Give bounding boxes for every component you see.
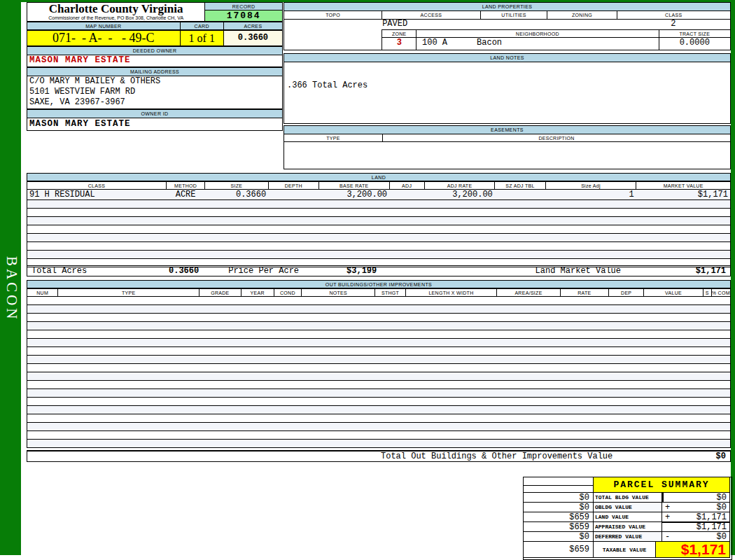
address-line-3: SAXE, VA 23967-3967	[29, 97, 282, 108]
price-per-acre-value: $3,199	[299, 266, 377, 276]
easement-col-description: DESCRIPTION	[383, 134, 731, 142]
summary-prev-obldg: $0	[524, 503, 594, 512]
summary-taxable-row: TAXABLE VALUE $1,171	[594, 542, 730, 558]
land-col-size: SIZE	[205, 182, 268, 190]
out-buildings-section: OUT BUILDINGS/OTHER IMPROVEMENTS NUM TYP…	[27, 280, 731, 448]
summary-label-appraised: APPRAISED VALUE	[594, 522, 662, 532]
ob-col-type: TYPE	[58, 289, 200, 297]
empty-row	[27, 356, 731, 364]
ob-total-label: Total Out Buildings & Other Improvements…	[27, 451, 612, 461]
empty-row	[27, 431, 731, 440]
summary-label-total-bldg: TOTAL BLDG VALUE	[594, 493, 662, 503]
summary-prev-deferred: $0	[524, 532, 594, 542]
summary-prev-taxable: $659	[524, 542, 594, 558]
summary-header-spacer	[524, 477, 594, 493]
land-table: CLASS METHOD SIZE DEPTH BASE RATE ADJ AD…	[27, 181, 731, 267]
land-row-method: ACRE	[166, 190, 204, 200]
ob-col-dep: DEP	[609, 289, 644, 297]
card-value: 1 of 1	[181, 30, 224, 46]
empty-row	[27, 200, 731, 209]
map-number-label: MAP NUMBER	[27, 22, 181, 30]
land-properties-block: LAND PROPERTIES TOPO ACCESS UTILITIES ZO…	[284, 2, 731, 169]
land-row-sz-adj-tbl	[495, 190, 545, 200]
card-label: CARD	[181, 22, 224, 30]
ob-col-sthgt: STHGT	[375, 289, 405, 297]
land-data-row: 91 H RESIDUAL ACRE 0.3660 3,200.00 3,200…	[27, 190, 731, 200]
tract-size-label: TRACT SIZE	[659, 29, 731, 38]
easements-title: EASEMENTS	[284, 125, 731, 134]
frame-right	[731, 0, 735, 555]
address-line-2: 5101 WESTVIEW FARM RD	[29, 87, 282, 97]
summary-label-land: LAND VALUE	[594, 512, 662, 522]
summary-amount-land: $1,171	[696, 512, 727, 522]
summary-amount-appraised: $1,171	[696, 522, 727, 532]
land-notes-box: .366 Total Acres	[284, 62, 731, 124]
easements-empty-box	[284, 142, 731, 169]
land-col-method: METHOD	[166, 182, 204, 190]
land-col-adj: ADJ	[389, 182, 424, 190]
summary-prev-land: $659	[524, 512, 594, 522]
mailing-address-label: MAILING ADDRESS	[27, 67, 283, 76]
deeded-owner-value: MASON MARY ESTATE	[27, 55, 283, 67]
land-properties-title: LAND PROPERTIES	[284, 2, 731, 11]
summary-prev-total-bldg: $0	[524, 493, 594, 503]
ob-col-notes: NOTES	[301, 289, 375, 297]
empty-row	[27, 322, 731, 330]
empty-row	[27, 217, 731, 225]
class-value: 2	[617, 20, 730, 29]
col-utilities: UTILITIES	[481, 11, 548, 20]
topo-value	[284, 20, 382, 29]
empty-row	[27, 406, 731, 414]
owner-id-value: MASON MARY ESTATE	[27, 118, 283, 131]
ob-col-s: S	[703, 289, 711, 297]
summary-op-land: +	[665, 512, 670, 522]
acres-value: 0.3660	[224, 30, 283, 46]
ob-col-rate: RATE	[560, 289, 608, 297]
land-row-market-value: $1,171	[636, 190, 731, 200]
out-buildings-table-body	[27, 297, 731, 448]
land-note-text: .366 Total Acres	[287, 80, 368, 90]
empty-row	[27, 364, 731, 372]
land-totals-row: Total Acres 0.3660 Price Per Acre $3,199…	[27, 265, 731, 276]
land-row-base-rate: 3,200.00	[319, 190, 390, 200]
ob-col-grade: GRADE	[200, 289, 241, 297]
record-value: 17084	[204, 10, 283, 22]
empty-row	[27, 314, 731, 322]
zone-value: 3	[382, 38, 416, 50]
empty-row	[27, 414, 731, 423]
zoning-value	[547, 20, 617, 29]
out-buildings-total-row: Total Out Buildings & Other Improvements…	[27, 450, 731, 462]
summary-amount-deferred: $0	[717, 532, 727, 542]
neighborhood-code: 100 A	[416, 38, 447, 50]
summary-label-deferred: DEFERRED VALUE	[594, 532, 662, 542]
ob-col-cond: COND	[274, 289, 301, 297]
land-row-class: 91 H RESIDUAL	[27, 190, 167, 200]
total-acres-label: Total Acres	[27, 266, 87, 276]
empty-row	[27, 225, 731, 234]
neighborhood-value: 100 A Bacon	[416, 38, 659, 50]
tract-size-value: 0.0000	[659, 38, 730, 50]
land-row-adj-rate: 3,200.00	[424, 190, 495, 200]
zone-spacer	[284, 29, 382, 38]
summary-op-deferred: -	[665, 532, 670, 542]
land-col-market-value: MARKET VALUE	[636, 182, 731, 190]
owner-block: Charlotte County Virginia Commissioner o…	[27, 2, 283, 131]
parcel-summary: PARCEL SUMMARY $0 TOTAL BLDG VALUE $0 $0…	[523, 477, 732, 560]
record-label: RECORD	[204, 2, 283, 10]
empty-row	[27, 234, 731, 242]
county-header: Charlotte County Virginia Commissioner o…	[27, 2, 204, 22]
easement-col-type: TYPE	[284, 134, 383, 142]
land-col-sz-adj-tbl: SZ ADJ TBL	[495, 182, 545, 190]
land-section: LAND CLASS METHOD SIZE DEPTH BASE RATE A…	[27, 173, 731, 267]
empty-row	[27, 389, 731, 398]
summary-value-total-bldg: $0	[662, 493, 730, 503]
summary-label-obldg: OBLDG VALUE	[594, 503, 662, 512]
summary-amount-taxable: $1,171	[656, 542, 730, 558]
neighborhood-name: Bacon	[447, 38, 502, 50]
empty-row	[27, 305, 731, 314]
land-row-depth	[268, 190, 318, 200]
land-title: LAND	[27, 173, 731, 181]
land-market-value-label: Land Market Value	[536, 266, 621, 276]
empty-row	[27, 209, 731, 217]
empty-row	[27, 330, 731, 339]
